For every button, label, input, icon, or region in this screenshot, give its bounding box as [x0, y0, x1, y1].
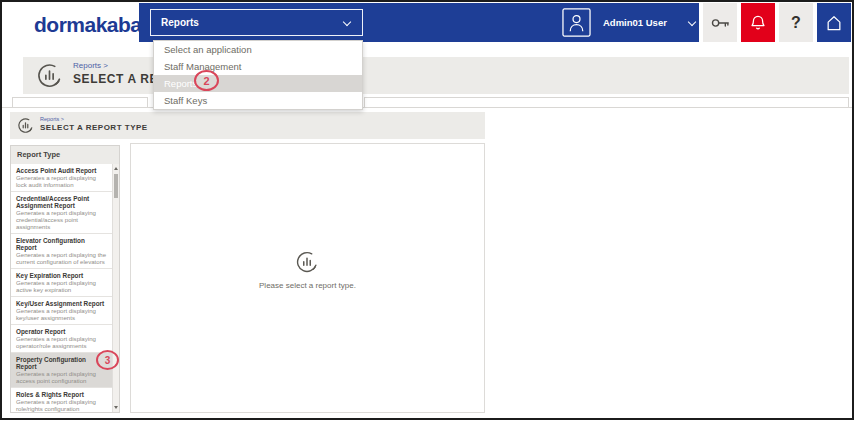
- dropdown-option-reports[interactable]: Reports: [154, 75, 362, 92]
- report-type-item-roles-rights[interactable]: Roles & Rights Report Generates a report…: [11, 388, 112, 412]
- report-type-item-elevator-configuration[interactable]: Elevator Configuration Report Generates …: [11, 234, 112, 269]
- report-type-name: Operator Report: [16, 328, 107, 335]
- annotation-step-2: 2: [194, 70, 219, 91]
- scrollbar-thumb[interactable]: [114, 174, 118, 198]
- scroll-down-icon[interactable]: [114, 406, 118, 409]
- report-type-name: Elevator Configuration Report: [16, 237, 107, 251]
- app-window: dormakaba Reports Admin01 User ?: [0, 0, 855, 424]
- report-type-panel: Report Type Access Point Audit Report Ge…: [10, 145, 120, 413]
- reports-icon: [17, 117, 34, 138]
- reports-icon: [36, 62, 63, 93]
- report-type-desc: Generates a report displaying the curren…: [16, 251, 107, 265]
- empty-state: Please select a report type.: [259, 250, 356, 290]
- scroll-up-icon[interactable]: [114, 167, 118, 170]
- chevron-down-icon: [688, 17, 696, 25]
- home-button[interactable]: [817, 3, 851, 42]
- key-icon: [709, 12, 731, 34]
- notifications-button[interactable]: [741, 3, 775, 42]
- dropdown-option-staff-management[interactable]: Staff Management: [154, 58, 362, 75]
- report-type-desc: Generates a report displaying lock audit…: [16, 174, 107, 188]
- dropdown-option-select-an-application[interactable]: Select an application: [154, 41, 362, 58]
- cut-panel-edge: [364, 97, 849, 107]
- report-type-item-operator[interactable]: Operator Report Generates a report displ…: [11, 325, 112, 353]
- dropdown-option-staff-keys[interactable]: Staff Keys: [154, 92, 362, 109]
- user-name: Admin01 User: [603, 17, 675, 28]
- report-type-desc: Generates a report displaying active key…: [16, 279, 107, 293]
- user-avatar-icon: [562, 8, 591, 37]
- bell-icon: [748, 13, 768, 33]
- report-type-item-access-point-audit[interactable]: Access Point Audit Report Generates a re…: [11, 164, 112, 192]
- report-type-desc: Generates a report displaying access poi…: [16, 370, 107, 384]
- help-button[interactable]: ?: [779, 3, 813, 42]
- report-type-desc: Generates a report displaying credential…: [16, 209, 107, 230]
- report-type-name: Key/User Assignment Report: [16, 300, 107, 307]
- logo-text: dormakaba: [34, 13, 142, 37]
- key-button[interactable]: [703, 3, 737, 42]
- sub-page-title: SELECT A REPORT TYPE: [40, 123, 148, 132]
- breadcrumb[interactable]: Reports >: [73, 61, 108, 70]
- report-type-item-credential-access-point[interactable]: Credential/Access Point Assignment Repor…: [11, 192, 112, 234]
- report-type-name: Key Expiration Report: [16, 272, 107, 279]
- application-dropdown: Select an application Staff Management R…: [153, 40, 363, 110]
- sub-page-header: Reports > SELECT A REPORT TYPE: [10, 112, 485, 139]
- report-type-name: Property Configuration Report: [16, 356, 107, 370]
- report-preview-panel: Please select a report type.: [130, 143, 485, 413]
- report-type-desc: Generates a report displaying role/right…: [16, 398, 107, 412]
- page-header: Reports > SELECT A REPORT TYPE: [23, 57, 849, 94]
- report-type-name: Access Point Audit Report: [16, 167, 107, 174]
- reports-icon: [295, 250, 319, 274]
- annotation-step-2-label: 2: [203, 75, 209, 87]
- application-select-value: Reports: [161, 17, 199, 28]
- report-type-name: Credential/Access Point Assignment Repor…: [16, 195, 107, 209]
- report-type-desc: Generates a report displaying key/user a…: [16, 307, 107, 321]
- section-divider: [2, 107, 853, 108]
- report-type-desc: Generates a report displaying operator/r…: [16, 335, 107, 349]
- cut-panel-edge: [12, 97, 148, 107]
- annotation-step-3: 3: [96, 350, 119, 370]
- help-icon: ?: [791, 14, 801, 32]
- application-select[interactable]: Reports: [150, 9, 363, 36]
- report-type-list: Access Point Audit Report Generates a re…: [11, 164, 112, 412]
- sidebar-scrollbar[interactable]: [112, 164, 119, 412]
- chevron-down-icon: [343, 18, 351, 26]
- annotation-step-3-label: 3: [105, 355, 111, 366]
- breadcrumb[interactable]: Reports >: [40, 116, 64, 122]
- home-icon: [824, 13, 844, 33]
- empty-state-message: Please select a report type.: [259, 281, 356, 290]
- report-type-name: Roles & Rights Report: [16, 391, 107, 398]
- report-type-panel-title: Report Type: [11, 146, 119, 164]
- user-menu[interactable]: Admin01 User: [562, 8, 695, 37]
- report-type-item-key-user-assignment[interactable]: Key/User Assignment Report Generates a r…: [11, 297, 112, 325]
- report-type-item-key-expiration[interactable]: Key Expiration Report Generates a report…: [11, 269, 112, 297]
